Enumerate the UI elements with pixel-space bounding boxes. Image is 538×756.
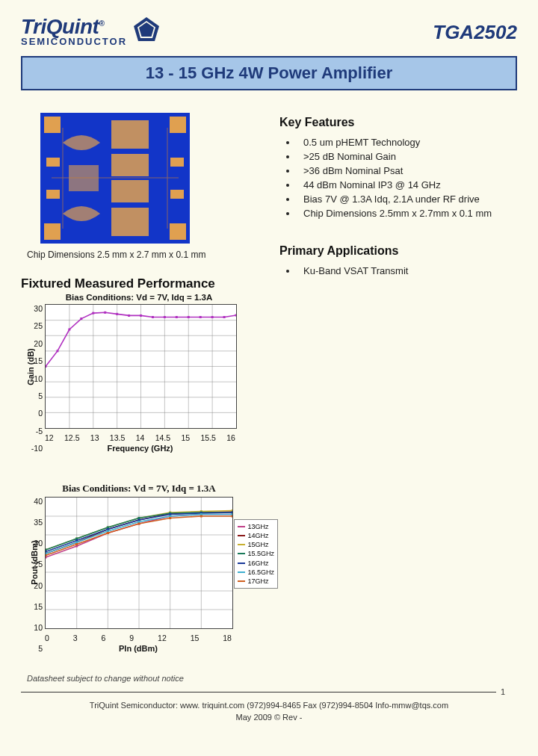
svg-rect-4 (44, 117, 61, 133)
svg-rect-8 (46, 158, 60, 167)
chart2-ylabel: Pout (dBm) (30, 540, 39, 584)
feature-item: Chip Dimensions 2.5mm x 2.7mm x 0.1 mm (297, 208, 517, 219)
svg-rect-45 (211, 316, 214, 318)
chart2-legend: 13GHz14GHz15GHz15.5GHz16GHz16.5GHz17GHz (234, 519, 278, 589)
svg-rect-104 (138, 523, 140, 525)
part-number: TGA2502 (433, 21, 517, 44)
applications-heading: Primary Applications (279, 244, 517, 258)
application-item: Ku-Band VSAT Transmit (297, 265, 517, 276)
chart2-xlabel: PIn (dBm) (45, 644, 232, 653)
svg-rect-5 (44, 223, 61, 240)
svg-rect-10 (170, 158, 184, 167)
svg-rect-37 (116, 313, 118, 315)
document-title: 13 - 15 GHz 4W Power Amplifier (146, 63, 393, 82)
chart1-title: Bias Conditions: Vd = 7V, Idq = 1.3A (25, 293, 253, 302)
svg-rect-38 (128, 315, 130, 317)
svg-rect-105 (169, 517, 171, 519)
title-bar: 13 - 15 GHz 4W Power Amplifier (21, 56, 517, 90)
svg-rect-102 (75, 543, 78, 545)
feature-item: >25 dB Nominal Gain (297, 151, 517, 162)
feature-item: >36 dBm Nominal Psat (297, 165, 517, 176)
svg-rect-11 (170, 190, 184, 199)
svg-rect-15 (111, 180, 149, 202)
datasheet-page: TriQuint® SEMICONDUCTOR TGA2502 13 - 15 … (0, 0, 538, 756)
svg-rect-7 (170, 223, 186, 240)
company-logo: TriQuint® SEMICONDUCTOR (21, 15, 160, 47)
svg-rect-31 (45, 365, 47, 368)
chip-caption: Chip Dimensions 2.5 mm x 2.7 mm x 0.1 mm (27, 250, 253, 260)
svg-rect-14 (111, 154, 149, 176)
svg-rect-36 (104, 312, 106, 314)
svg-rect-34 (80, 317, 82, 320)
page-number: 1 (501, 687, 505, 696)
chart1-ylabel: Gain (dB) (26, 348, 35, 385)
svg-rect-42 (176, 316, 178, 318)
svg-rect-46 (223, 316, 226, 318)
svg-rect-107 (232, 515, 234, 518)
features-list: 0.5 um pHEMT Technology>25 dB Nominal Ga… (279, 137, 517, 219)
svg-rect-33 (68, 329, 70, 331)
fixtured-heading: Fixtured Measured Performance (21, 276, 253, 291)
pentagon-icon (133, 16, 160, 42)
chip-photo (40, 113, 190, 244)
svg-rect-44 (200, 316, 202, 318)
svg-rect-106 (200, 515, 202, 518)
svg-rect-35 (92, 312, 94, 315)
svg-rect-9 (46, 190, 60, 199)
svg-rect-32 (56, 350, 58, 352)
chart2-title: Bias Conditions: Vd = 7V, Idq = 1.3A (25, 483, 253, 495)
svg-rect-12 (111, 120, 149, 149)
chart-gain-vs-freq: Bias Conditions: Vd = 7V, Idq = 1.3A 302… (25, 293, 253, 453)
svg-rect-41 (164, 316, 166, 318)
footer: Datasheet subject to change without noti… (21, 674, 517, 726)
header: TriQuint® SEMICONDUCTOR TGA2502 (21, 15, 517, 47)
svg-rect-47 (235, 315, 238, 317)
svg-rect-43 (188, 316, 190, 318)
content-columns: Chip Dimensions 2.5 mm x 2.7 mm x 0.1 mm… (21, 113, 517, 666)
svg-rect-13 (111, 208, 149, 236)
disclaimer: Datasheet subject to change without noti… (27, 674, 517, 683)
svg-rect-39 (140, 315, 142, 317)
svg-rect-101 (45, 554, 47, 557)
svg-rect-6 (170, 117, 186, 133)
contact-line: TriQuint Semiconductor: www. triquint.co… (21, 701, 517, 710)
chart-pout-vs-pin: Bias Conditions: Vd = 7V, Idq = 1.3A 403… (25, 483, 253, 653)
svg-rect-103 (107, 532, 109, 534)
feature-item: 0.5 um pHEMT Technology (297, 137, 517, 148)
chart1-xticks: 1212.51313.51414.51515.516 (45, 433, 235, 442)
date-line: May 2009 © Rev - (21, 713, 517, 726)
left-column: Chip Dimensions 2.5 mm x 2.7 mm x 0.1 mm… (21, 113, 253, 666)
chart1-plot (45, 304, 237, 429)
feature-item: 44 dBm Nominal IP3 @ 14 GHz (297, 179, 517, 190)
chart1-xlabel: Frequency (GHz) (45, 444, 235, 453)
svg-rect-40 (152, 316, 154, 318)
right-column: Key Features 0.5 um pHEMT Technology>25 … (253, 113, 517, 666)
feature-item: Bias 7V @ 1.3A Idq, 2.1A under RF drive (297, 193, 517, 205)
applications-list: Ku-Band VSAT Transmit (279, 265, 517, 276)
features-heading: Key Features (279, 116, 517, 129)
logo-sub: SEMICONDUCTOR (21, 36, 127, 47)
chart2-xticks: 0369121518 (45, 633, 232, 642)
footer-rule: 1 (21, 687, 517, 696)
chart2-plot (45, 497, 233, 629)
